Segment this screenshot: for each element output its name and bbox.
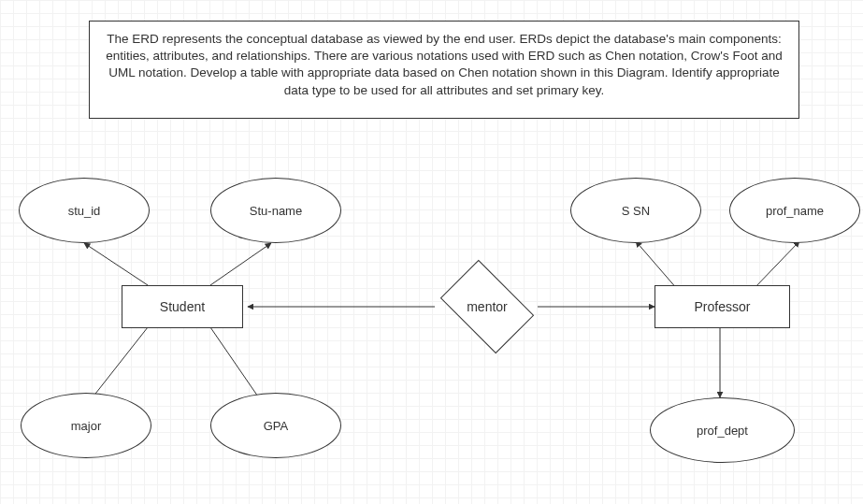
attr-prof-dept: prof_dept bbox=[650, 397, 795, 463]
attr-gpa: GPA bbox=[210, 393, 341, 458]
attr-label: Stu-name bbox=[250, 204, 302, 218]
relationship-label: mentor bbox=[467, 299, 508, 314]
attr-ssn: S SN bbox=[570, 178, 701, 243]
attr-stu-name: Stu-name bbox=[210, 178, 341, 243]
attr-prof-name: prof_name bbox=[729, 178, 860, 243]
entity-label: Professor bbox=[695, 299, 751, 314]
attr-label: prof_dept bbox=[697, 424, 748, 438]
attr-label: prof_name bbox=[766, 204, 824, 218]
attr-major: major bbox=[21, 393, 151, 458]
description-text: The ERD represents the conceptual databa… bbox=[106, 32, 782, 97]
entity-student: Student bbox=[122, 285, 243, 328]
relationship-mentor: mentor bbox=[432, 269, 542, 344]
attr-label: GPA bbox=[264, 419, 289, 433]
attr-label: major bbox=[71, 419, 102, 433]
attr-label: S SN bbox=[622, 204, 650, 218]
attr-stu-id: stu_id bbox=[19, 178, 150, 243]
attr-label: stu_id bbox=[68, 204, 101, 218]
entity-label: Student bbox=[160, 299, 205, 314]
diagram-canvas: The ERD represents the conceptual databa… bbox=[0, 0, 863, 504]
entity-professor: Professor bbox=[654, 285, 790, 328]
description-box: The ERD represents the conceptual databa… bbox=[89, 21, 799, 119]
